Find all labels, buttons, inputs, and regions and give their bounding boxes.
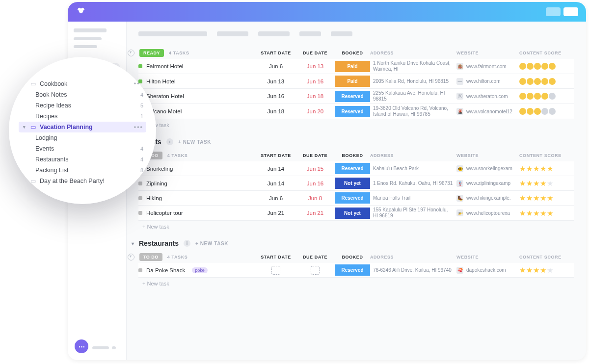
task-row[interactable]: Ziplining Jun 14 Jun 16 Not yet 1 Enos R… [138,176,574,191]
sidebar-list-item[interactable]: Recipe Ideas5 [19,100,146,111]
task-website[interactable]: 🍣 dapokeshack.com [456,267,519,274]
face-icon[interactable] [534,78,541,85]
star-icon[interactable]: ★ [533,180,539,187]
face-icon[interactable] [541,78,548,85]
task-website[interactable]: 🥾 www.hikingexample. [456,195,519,202]
new-task-row[interactable]: + New task [138,119,574,128]
task-website[interactable]: 🏨 www.fairmont.com [456,63,519,70]
content-score[interactable] [519,78,582,85]
due-date[interactable]: Jun 13 [295,63,335,69]
task-row[interactable]: Helicopter tour Jun 21 Jun 21 Not yet 15… [138,206,574,221]
star-icon[interactable]: ★ [533,266,539,274]
date-placeholder-icon[interactable] [311,266,320,275]
content-score[interactable] [519,63,582,70]
info-icon[interactable]: i [166,138,173,145]
star-icon[interactable]: ★ [526,194,533,202]
booked-chip[interactable]: Reserved [335,192,370,204]
star-icon[interactable]: ★ [540,180,546,187]
star-icon[interactable]: ★ [533,209,539,217]
sidebar-list-item[interactable]: Recipes1 [19,111,146,122]
star-icon[interactable]: ★ [533,165,539,172]
face-icon[interactable] [541,63,548,70]
star-icon[interactable]: ★ [540,209,546,217]
face-icon[interactable] [519,63,526,70]
face-icon[interactable] [527,93,534,100]
booked-chip[interactable]: Not yet [335,178,370,189]
content-score[interactable]: ★★★★★ [519,209,582,217]
content-score[interactable] [519,108,582,115]
new-task-header[interactable]: + NEW TASK [178,139,211,145]
star-icon[interactable]: ★ [526,266,533,274]
star-icon[interactable]: ★ [526,165,533,172]
sidebar-list-item[interactable]: Lodging [19,132,146,143]
due-date[interactable]: Jun 16 [295,181,335,186]
due-date[interactable]: Jun 16 [295,78,335,84]
task-row[interactable]: Snorkeling Jun 14 Jun 15 Reserved Kahalu… [138,161,574,176]
booked-chip[interactable]: Reserved [335,106,370,117]
task-website[interactable]: 🚁 www.helicoptourexa [456,209,519,216]
star-icon[interactable]: ★ [519,266,526,274]
new-task-header[interactable]: + NEW TASK [195,241,228,246]
start-date[interactable]: Jun 6 [256,195,295,201]
sidebar-list-item[interactable]: Packing List8 [19,165,146,176]
due-date[interactable]: Jun 15 [295,166,335,172]
status-badge[interactable]: TO DO [139,253,162,261]
star-icon[interactable]: ★ [547,165,553,172]
content-score[interactable]: ★★★★★ [519,165,582,172]
sidebar-folder-cookbook[interactable]: ▾ ▭ Cookbook ••• [19,78,146,89]
face-icon[interactable] [534,93,541,100]
star-icon[interactable]: ★ [547,180,553,187]
face-icon[interactable] [541,108,548,115]
face-icon[interactable] [527,108,534,115]
start-date[interactable]: Jun 13 [256,78,295,84]
due-date[interactable]: Jun 18 [295,93,335,99]
face-icon[interactable] [527,63,534,70]
star-icon[interactable]: ★ [519,180,526,187]
status-toggle-icon[interactable] [128,50,134,56]
star-icon[interactable]: ★ [526,209,533,217]
sidebar-folder-beach-party[interactable]: ▸ ▭ Day at the Beach Party! [19,176,146,186]
face-icon[interactable] [549,93,556,100]
content-score[interactable]: ★★★★★ [519,194,582,202]
task-row[interactable]: Da Poke Shackpoke Reserved 76-6246 Ali'i… [138,263,574,278]
start-date[interactable]: Jun 14 [256,181,295,186]
sidebar-folder-vacation-planning[interactable]: ▾ ▭ Vacation Planning ••• [19,122,146,132]
face-icon[interactable] [527,78,534,85]
booked-chip[interactable]: Paid [335,61,370,72]
star-icon[interactable]: ★ [540,194,546,202]
task-tag[interactable]: poke [192,267,208,273]
task-row[interactable]: Hiking Jun 6 Jun 8 Reserved Manoa Falls … [138,191,574,206]
star-icon[interactable]: ★ [526,180,533,187]
chat-fab-icon[interactable]: ⋯ [75,339,88,353]
booked-chip[interactable]: Not yet [335,208,370,219]
content-score[interactable]: ★★★★★ [519,266,582,274]
start-date[interactable]: Jun 6 [256,63,295,69]
star-icon[interactable]: ★ [540,165,546,172]
content-score[interactable]: ★★★★★ [519,180,582,187]
star-icon[interactable]: ★ [519,209,526,217]
task-website[interactable]: — www.hilton.com [456,78,519,85]
star-icon[interactable]: ★ [547,209,553,217]
content-score[interactable] [519,93,582,100]
status-badge[interactable]: READY [139,49,164,57]
face-icon[interactable] [549,63,556,70]
due-date[interactable]: Jun 21 [295,210,335,216]
star-icon[interactable]: ★ [540,266,546,274]
face-icon[interactable] [519,108,526,115]
booked-chip[interactable]: Paid [335,76,370,87]
face-icon[interactable] [519,78,526,85]
star-icon[interactable]: ★ [547,266,553,274]
booked-chip[interactable]: Reserved [335,91,370,102]
face-icon[interactable] [534,63,541,70]
window-control[interactable] [563,7,578,16]
task-row[interactable]: Sheraton Hotel Jun 16 Jun 18 Reserved 22… [138,89,574,104]
task-row[interactable]: Volcano Motel Jun 18 Jun 20 Reserved 19-… [138,104,574,119]
star-icon[interactable]: ★ [519,194,526,202]
task-row[interactable]: Fairmont Hotel Jun 6 Jun 13 Paid 1 North… [138,59,574,74]
booked-chip[interactable]: Reserved [335,163,370,174]
face-icon[interactable] [519,93,526,100]
new-task-row[interactable]: + New task [138,278,574,286]
task-website[interactable]: 🐠 www.snorkelingexam [456,165,519,172]
start-date[interactable]: Jun 18 [256,108,295,114]
star-icon[interactable]: ★ [533,194,539,202]
